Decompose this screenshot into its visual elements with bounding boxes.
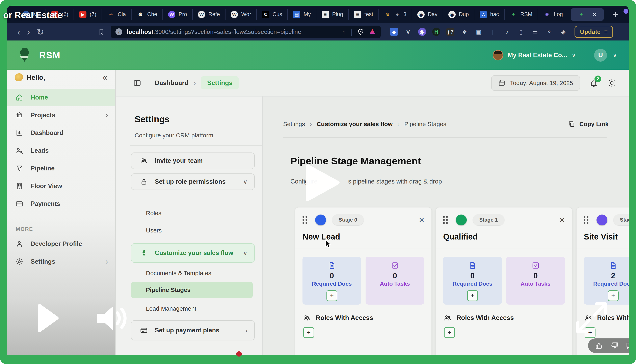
play-control-icon[interactable] [38, 304, 59, 332]
stage-name[interactable]: Qualified [443, 232, 565, 241]
sidebar-item-projects[interactable]: Projects › [7, 106, 115, 124]
drag-handle-icon[interactable] [302, 216, 307, 224]
extension-icon[interactable]: V [404, 28, 412, 36]
reload-button[interactable]: ↻ [33, 27, 48, 36]
close-icon[interactable]: × [419, 216, 424, 224]
browser-tab[interactable]: ✺ Log [538, 9, 568, 20]
browser-tab[interactable]: ∴ hac [474, 9, 504, 20]
thumbs-up-icon[interactable] [595, 342, 603, 350]
browser-tab[interactable]: ❋ Che [131, 9, 163, 20]
extension-icon[interactable]: ▣ [475, 28, 483, 36]
settings-subitem-documents[interactable]: Documents & Templates [146, 270, 211, 276]
video-reactions[interactable] [588, 338, 629, 353]
copy-link-button[interactable]: Copy Link [568, 120, 608, 128]
breadcrumb-pipeline-stages[interactable]: Pipeline Stages [404, 121, 446, 128]
address-bar[interactable]: i localhost:3000/settings?section=sales-… [111, 26, 381, 38]
breadcrumb-settings[interactable]: Settings [283, 121, 305, 128]
fullscreen-icon[interactable] [574, 301, 609, 334]
extension-icon[interactable]: ❖ [460, 28, 468, 36]
stage-color-dot[interactable] [456, 214, 467, 226]
site-info-icon[interactable]: i [116, 28, 122, 35]
comment-icon[interactable] [625, 342, 629, 350]
share-icon[interactable]: ↑ [342, 28, 346, 36]
required-docs-label: Required Docs [312, 280, 352, 287]
extension-icon[interactable]: | [489, 28, 497, 36]
chevron-down-icon[interactable]: ∨ [613, 52, 617, 58]
sidebar-item-developer-profile[interactable]: Developer Profile [7, 235, 115, 253]
breadcrumb-dashboard[interactable]: Dashboard [155, 79, 188, 86]
sidebar-item-pipeline[interactable]: Pipeline [7, 160, 115, 177]
extension-icon[interactable]: ▭ [531, 28, 539, 36]
drag-handle-icon[interactable] [443, 216, 448, 224]
extension-icon[interactable]: ♪ [503, 28, 511, 36]
extension-icon[interactable]: ◈ [559, 28, 567, 36]
stage-name[interactable]: New Lead [302, 232, 424, 241]
sales-flow-button[interactable]: Customize your sales flow ∨ [131, 243, 255, 263]
browser-tab[interactable]: ≡ Plug [316, 9, 348, 20]
add-required-doc-button[interactable]: + [326, 290, 337, 301]
extension-icon[interactable]: H [432, 28, 440, 36]
sidebar-item-leads[interactable]: Leads [7, 142, 115, 160]
notifications-button[interactable]: 2 [589, 78, 598, 88]
breadcrumb-sales-flow[interactable]: Customize your sales flow [317, 121, 393, 128]
browser-tab[interactable]: ♛ ● 3 [378, 9, 412, 20]
add-role-button[interactable]: + [444, 327, 455, 338]
browser-tab[interactable]: ✳ Cla [102, 9, 131, 20]
browser-tab[interactable]: ✦ RSM [504, 9, 538, 20]
settings-subitem-users[interactable]: Users [146, 227, 162, 234]
extension-icon[interactable]: ▯ [517, 28, 525, 36]
brave-shield-icon[interactable] [357, 28, 364, 36]
extension-icon[interactable]: ◉ [418, 28, 426, 36]
invite-team-button[interactable]: Invite your team [131, 152, 255, 169]
settings-subitem-lead-management[interactable]: Lead Management [146, 305, 196, 312]
browser-tab[interactable]: ◉ Dup [443, 9, 474, 20]
update-button[interactable]: Update ≡ [574, 26, 613, 38]
collapse-sidebar-button[interactable]: « [103, 73, 107, 82]
extension-icon[interactable]: ◆ [390, 28, 398, 36]
browser-tab[interactable]: W Pro [162, 9, 192, 20]
role-permissions-button[interactable]: Set up role permissions ∨ [131, 174, 255, 190]
brave-lion-icon[interactable] [369, 28, 376, 35]
stage-name[interactable]: Site Visit [584, 232, 629, 241]
volume-icon[interactable] [95, 303, 129, 334]
browser-tab[interactable]: ▦ My [287, 9, 316, 20]
card-label: Customize your sales flow [155, 250, 233, 257]
drag-handle-icon[interactable] [584, 216, 588, 224]
browser-tab[interactable]: ↻ Cus [256, 9, 287, 20]
panel-toggle-icon[interactable] [133, 79, 142, 87]
user-avatar[interactable]: U [594, 49, 607, 62]
back-button[interactable]: ‹ [14, 27, 24, 36]
sidebar-item-settings[interactable]: Settings › [7, 253, 115, 270]
bookmark-icon[interactable] [98, 28, 105, 36]
thumbs-down-icon[interactable] [610, 342, 619, 350]
stage-color-dot[interactable] [596, 214, 607, 226]
browser-tab[interactable]: ≡ test [348, 9, 378, 20]
sidebar-item-payments[interactable]: Payments [7, 195, 115, 213]
sidebar-item-floor-view[interactable]: Floor View [7, 177, 115, 195]
add-required-doc-button[interactable]: + [467, 290, 478, 301]
extension-icon[interactable]: ✧ [545, 28, 553, 36]
theme-toggle-icon[interactable] [607, 78, 616, 88]
browser-tab[interactable]: ◉ Dav [412, 9, 443, 20]
forward-button[interactable]: › [24, 27, 33, 36]
sidebar-item-dashboard[interactable]: Dashboard [7, 124, 115, 142]
browser-tab[interactable]: W Refe [192, 9, 225, 20]
breadcrumb-settings[interactable]: Settings [201, 76, 239, 90]
org-switcher[interactable]: My Real Estate Co... ∨ [493, 50, 576, 60]
date-display[interactable]: Today: August 19, 2025 [491, 75, 580, 91]
browser-tab[interactable]: W Wor [225, 9, 256, 20]
close-icon[interactable]: × [560, 216, 565, 224]
new-tab-button[interactable]: + [612, 9, 618, 20]
play-button-overlay[interactable] [305, 164, 341, 202]
settings-subitem-pipeline-stages[interactable]: Pipeline Stages [131, 282, 253, 298]
extension-icon[interactable]: ƒ? [446, 28, 454, 36]
tab-close-icon[interactable]: × [592, 10, 597, 18]
browser-tab[interactable]: ▶ (7) [74, 9, 102, 20]
active-browser-tab[interactable]: ✦ × [571, 8, 604, 21]
sidebar-item-home[interactable]: Home [7, 89, 115, 106]
add-required-doc-button[interactable]: + [608, 290, 619, 301]
payment-plans-button[interactable]: Set up payment plans › [131, 320, 255, 340]
settings-subitem-roles[interactable]: Roles [146, 210, 161, 216]
add-role-button[interactable]: + [303, 327, 314, 338]
stage-color-dot[interactable] [315, 214, 326, 226]
